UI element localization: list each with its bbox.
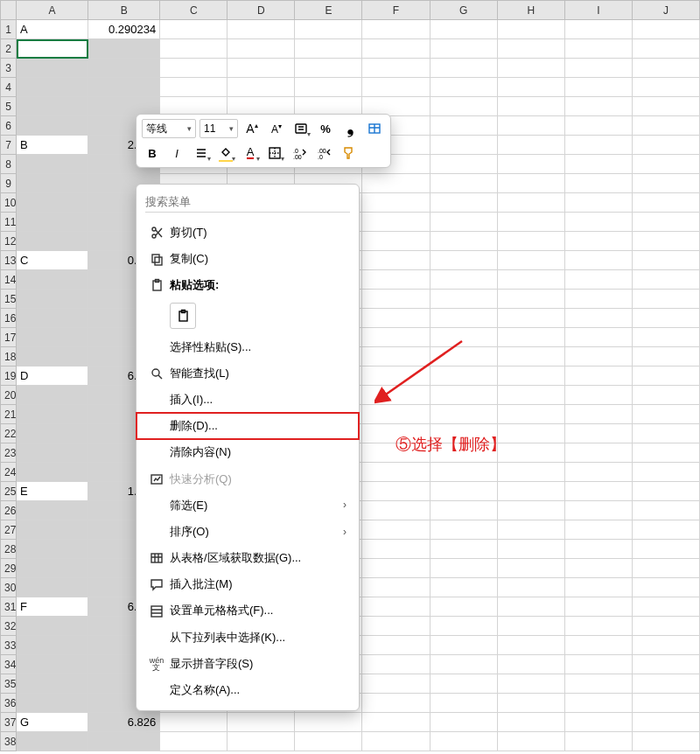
row-header[interactable]: 1 xyxy=(1,20,17,39)
cell[interactable] xyxy=(362,193,430,213)
cell[interactable] xyxy=(564,655,632,674)
cell[interactable] xyxy=(497,482,564,501)
row-header[interactable]: 13 xyxy=(1,251,17,270)
menu-clear-contents[interactable]: 清除内容(N) xyxy=(136,439,359,465)
cell[interactable] xyxy=(362,20,430,39)
align-button[interactable]: ▾ xyxy=(191,143,212,164)
cell[interactable] xyxy=(430,501,497,520)
cell[interactable] xyxy=(17,309,88,328)
cell[interactable] xyxy=(17,636,88,655)
cell[interactable] xyxy=(564,443,632,463)
cell[interactable] xyxy=(564,674,632,694)
cell[interactable] xyxy=(497,155,564,174)
cell[interactable] xyxy=(430,193,497,213)
cell[interactable] xyxy=(362,694,430,713)
percent-button[interactable]: % xyxy=(315,118,336,139)
column-header[interactable]: C xyxy=(160,1,228,20)
menu-insert-comment[interactable]: 插入批注(M) xyxy=(136,571,359,597)
cell[interactable] xyxy=(228,20,295,39)
cell[interactable] xyxy=(228,732,295,751)
cell[interactable] xyxy=(362,482,430,501)
cell[interactable] xyxy=(632,424,699,443)
cell[interactable] xyxy=(497,78,564,97)
menu-copy[interactable]: 复制(C) xyxy=(136,246,359,272)
cell[interactable] xyxy=(632,540,699,559)
cell[interactable] xyxy=(362,501,430,520)
conditional-format-button[interactable]: ▾ xyxy=(290,118,312,139)
row-header[interactable]: 6 xyxy=(1,116,17,136)
cell[interactable]: 0.290234 xyxy=(88,20,160,39)
cell[interactable] xyxy=(430,694,497,713)
cell[interactable] xyxy=(17,694,88,713)
cell[interactable] xyxy=(430,597,497,617)
cell[interactable] xyxy=(430,59,497,78)
cell[interactable] xyxy=(430,290,497,309)
cell[interactable] xyxy=(564,290,632,309)
cell[interactable] xyxy=(564,193,632,213)
cell[interactable] xyxy=(295,713,362,732)
cell[interactable] xyxy=(17,290,88,309)
cell[interactable] xyxy=(564,694,632,713)
cell[interactable]: 6.826 xyxy=(88,713,160,732)
column-header[interactable]: J xyxy=(632,1,699,20)
cell[interactable] xyxy=(564,424,632,443)
cell[interactable] xyxy=(632,636,699,655)
menu-cut[interactable]: 剪切(T) xyxy=(136,220,359,246)
cell[interactable] xyxy=(497,463,564,482)
cell[interactable] xyxy=(362,39,430,59)
cell[interactable] xyxy=(497,578,564,597)
context-search-input[interactable] xyxy=(145,192,350,213)
cell[interactable] xyxy=(564,732,632,751)
cell[interactable] xyxy=(295,59,362,78)
cell[interactable] xyxy=(564,405,632,424)
cell[interactable] xyxy=(430,463,497,482)
cell[interactable] xyxy=(497,290,564,309)
cell[interactable] xyxy=(564,540,632,559)
column-header[interactable]: E xyxy=(295,1,362,20)
cell[interactable] xyxy=(430,386,497,405)
cell[interactable] xyxy=(17,540,88,559)
cell[interactable] xyxy=(632,213,699,232)
cell[interactable] xyxy=(564,328,632,347)
menu-paste-special[interactable]: 选择性粘贴(S)... xyxy=(136,334,359,360)
cell[interactable] xyxy=(497,520,564,540)
cell[interactable] xyxy=(632,155,699,174)
cell[interactable] xyxy=(632,78,699,97)
menu-insert[interactable]: 插入(I)... xyxy=(136,387,359,413)
cell[interactable] xyxy=(362,636,430,655)
cell[interactable] xyxy=(430,20,497,39)
cell[interactable] xyxy=(497,694,564,713)
menu-define-name[interactable]: 定义名称(A)... xyxy=(136,677,359,703)
cell[interactable] xyxy=(362,540,430,559)
cell[interactable] xyxy=(362,251,430,270)
cell[interactable] xyxy=(564,155,632,174)
cell[interactable] xyxy=(430,578,497,597)
border-button[interactable]: ▾ xyxy=(264,143,285,164)
cell[interactable] xyxy=(632,482,699,501)
cell[interactable] xyxy=(632,251,699,270)
cell[interactable] xyxy=(497,732,564,751)
cell[interactable] xyxy=(497,713,564,732)
cell[interactable] xyxy=(430,39,497,59)
cell[interactable] xyxy=(430,309,497,328)
cell[interactable] xyxy=(430,270,497,290)
row-header[interactable]: 29 xyxy=(1,559,17,578)
cell[interactable] xyxy=(497,270,564,290)
cell[interactable] xyxy=(564,116,632,136)
menu-from-dropdown[interactable]: 从下拉列表中选择(K)... xyxy=(136,625,359,651)
cell[interactable] xyxy=(430,174,497,193)
cell[interactable] xyxy=(497,309,564,328)
cell[interactable] xyxy=(497,39,564,59)
cell[interactable] xyxy=(497,501,564,520)
italic-button[interactable]: I xyxy=(166,143,187,164)
row-header[interactable]: 8 xyxy=(1,155,17,174)
cell[interactable] xyxy=(632,116,699,136)
cell[interactable] xyxy=(632,597,699,617)
cell[interactable] xyxy=(632,655,699,674)
bold-button[interactable]: B xyxy=(142,143,163,164)
cell[interactable] xyxy=(632,578,699,597)
cell[interactable] xyxy=(497,174,564,193)
cell[interactable] xyxy=(430,617,497,636)
table-style-button[interactable] xyxy=(364,118,385,139)
cell[interactable] xyxy=(88,59,160,78)
